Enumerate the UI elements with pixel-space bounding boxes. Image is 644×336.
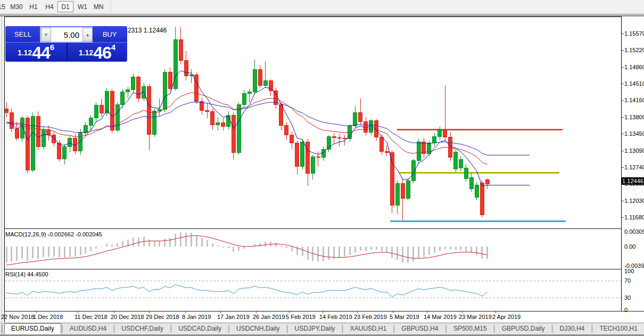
- date-axis-tick: [496, 312, 496, 313]
- chart-tab-usdcad-daily[interactable]: USDCAD,Daily: [172, 323, 228, 334]
- candle-body: [485, 180, 489, 184]
- rsi-axis-label: 70: [624, 277, 631, 284]
- candle-body: [121, 92, 125, 105]
- candle-body: [163, 72, 167, 110]
- candle-body: [380, 137, 384, 151]
- date-axis-tick: [149, 312, 150, 313]
- candle-body: [242, 94, 246, 105]
- timeframe-toolbar: 15M30H1H4D1W1MN: [0, 0, 644, 13]
- candle-body: [237, 105, 241, 153]
- price-axis-tick: [622, 201, 624, 201]
- price-axis-label: 1.13090: [624, 147, 644, 154]
- candle-body: [137, 77, 141, 99]
- price-axis-label: 1.11680: [624, 214, 644, 220]
- candle-body: [443, 129, 447, 137]
- chart-tab-usdjpy-daily[interactable]: USDJPY,Daily: [288, 323, 342, 334]
- date-axis-tick: [427, 312, 427, 313]
- date-axis-label: 14 Feb 2019: [319, 314, 352, 320]
- candle-body: [42, 130, 45, 147]
- candle-body: [94, 105, 98, 118]
- candle-body: [5, 109, 9, 112]
- candle-body: [422, 142, 426, 153]
- candle-body: [232, 115, 235, 152]
- candle-body: [110, 91, 114, 130]
- candle-body: [174, 40, 177, 89]
- chart-tab-gbpusd-daily[interactable]: GBPUSD,Daily: [496, 323, 551, 334]
- candle-body: [31, 116, 35, 170]
- candle-body: [353, 112, 357, 126]
- candle-body: [100, 105, 103, 113]
- date-axis-label: 20 Dec 2018: [111, 314, 144, 320]
- chart-tab-sp500-m15[interactable]: SP500,M15: [447, 323, 493, 334]
- macd-signal-line: [6, 236, 488, 265]
- candle-body: [195, 75, 199, 102]
- chart-tab-gbpusd-h4[interactable]: GBPUSD,H4: [395, 323, 444, 334]
- price-axis-label: 1.13450: [624, 130, 644, 137]
- price-axis-tick: [622, 50, 624, 51]
- pane-separator[interactable]: [5, 269, 621, 269]
- rsi-indicator-canvas[interactable]: [5, 270, 621, 311]
- chart-tab-audusd-h4[interactable]: AUDUSD,H4: [63, 323, 113, 334]
- date-axis-label: 1 Dec 2018: [33, 314, 63, 320]
- chart-tab-dj30-h4[interactable]: DJ30,H4: [554, 323, 591, 334]
- price-axis-tick: [622, 67, 624, 68]
- rsi-axis-label: 100: [624, 268, 634, 274]
- chart-tab-usdcnh-daily[interactable]: USDCNH,Daily: [230, 323, 286, 334]
- candle-body: [279, 105, 283, 126]
- ma-medium-red: [6, 93, 488, 165]
- candle-body: [68, 138, 72, 147]
- timeframe-button-w1[interactable]: W1: [75, 1, 90, 12]
- candle-body: [221, 123, 225, 127]
- rsi-indicator-label: RSI(14) 44.4500: [5, 271, 48, 277]
- price-axis-tick: [622, 217, 624, 218]
- terminal-window: 15M30H1H4D1W1MN ▲EURUSD,Daily 1.12409 1.…: [0, 0, 644, 336]
- candle-body: [285, 126, 288, 135]
- candle-body: [306, 142, 310, 173]
- candle-body: [153, 111, 156, 134]
- timeframe-button-d1[interactable]: D1: [57, 1, 73, 12]
- price-axis-tick: [622, 134, 624, 134]
- rsi-axis-label: 0: [624, 307, 628, 313]
- candle-body: [131, 77, 135, 90]
- current-price-badge: 1.12446: [622, 177, 644, 185]
- candle-body: [79, 133, 82, 151]
- price-axis-label: 1.14510: [624, 80, 644, 87]
- date-axis-label: 29 Dec 2018: [146, 314, 179, 320]
- candle-body: [311, 157, 315, 173]
- rsi-axis-label: 30: [624, 294, 631, 301]
- timeframe-button-h1[interactable]: H1: [26, 1, 42, 12]
- candle-body: [321, 149, 325, 157]
- pane-separator[interactable]: [5, 228, 621, 229]
- price-chart-canvas[interactable]: [5, 17, 621, 228]
- date-axis-label: 22 Nov 2018: [1, 314, 34, 320]
- candle-body: [179, 40, 183, 61]
- timeframe-button-m30[interactable]: M30: [7, 1, 26, 12]
- dock-groove: [2, 17, 3, 322]
- date-axis-tick: [357, 312, 358, 313]
- price-axis-label: 1.14160: [624, 97, 644, 103]
- candle-body: [158, 110, 161, 111]
- candle-body: [20, 118, 24, 138]
- date-axis-label: 26 Jan 2019: [253, 314, 285, 320]
- date-axis-label: 23 Mar 2019: [459, 314, 492, 320]
- candle-body: [433, 136, 436, 143]
- candle-body: [57, 143, 61, 159]
- candle-body: [337, 137, 341, 138]
- candle-body: [295, 143, 299, 166]
- date-axis-tick: [256, 312, 257, 313]
- chart-tab-xauusd-h1[interactable]: XAUUSD,H1: [344, 323, 393, 334]
- candle-body: [15, 128, 19, 138]
- price-axis-label: 1.15570: [624, 30, 644, 37]
- timeframe-button-mn[interactable]: MN: [90, 1, 106, 12]
- price-axis-tick: [622, 117, 624, 118]
- timeframe-button-h4[interactable]: H4: [42, 1, 57, 12]
- candle-body: [184, 61, 188, 76]
- price-axis-tick: [622, 167, 624, 168]
- chart-tab-usdchf-daily[interactable]: USDCHF,Daily: [115, 323, 170, 334]
- chart-tab-tech100-h1[interactable]: TECH100,H1: [593, 323, 643, 334]
- rsi-line: [6, 285, 488, 297]
- price-axis-label: 1.13800: [624, 114, 644, 120]
- chart-tab-eurusd-daily[interactable]: EURUSD,Daily: [4, 323, 61, 334]
- price-axis-tick: [622, 34, 624, 34]
- candle-body: [395, 183, 399, 206]
